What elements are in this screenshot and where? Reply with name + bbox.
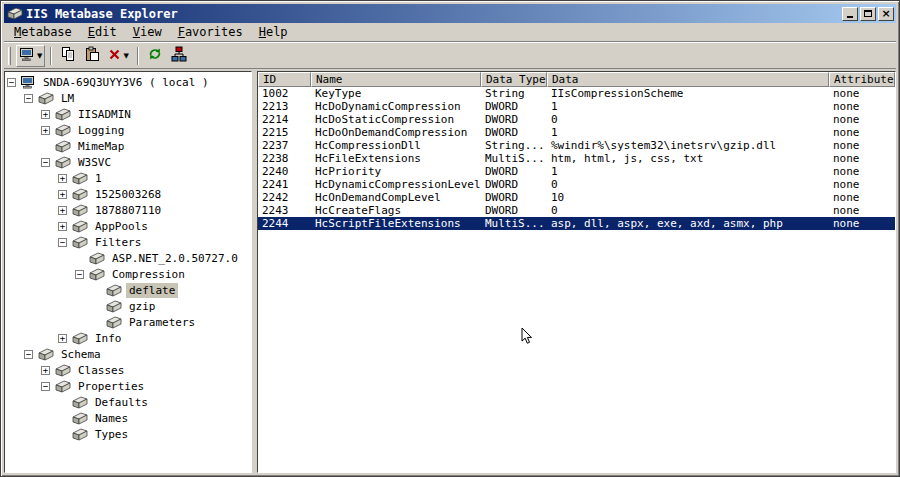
tree-item-label[interactable]: IISADMIN <box>75 107 134 122</box>
tree-expander[interactable]: + <box>58 174 67 183</box>
tree-item-label[interactable]: 1525003268 <box>92 187 164 202</box>
menu-metabase[interactable]: Metabase <box>6 24 80 41</box>
tree-item[interactable]: MimeMap <box>5 138 251 154</box>
cell-attributes: none <box>829 126 895 139</box>
tree-item-label[interactable]: AppPools <box>92 219 151 234</box>
table-row[interactable]: 2215 HcDoOnDemandCompression DWORD 1 non… <box>258 126 895 139</box>
tree-expander[interactable]: − <box>75 270 84 279</box>
toolbar-gripper[interactable] <box>8 47 11 65</box>
tree-item[interactable]: + Classes <box>5 362 251 378</box>
tree-item-label[interactable]: W3SVC <box>75 155 114 170</box>
column-header-id[interactable]: ID <box>258 72 311 87</box>
tree-item[interactable]: + AppPools <box>5 218 251 234</box>
cell-id: 2214 <box>258 113 311 126</box>
tree-item-label[interactable]: Classes <box>75 363 127 378</box>
column-header-attributes[interactable]: Attributes <box>829 72 895 87</box>
properties-list-panel: ID Name Data Type Data Attributes 1002 K… <box>257 71 896 473</box>
copy-button[interactable] <box>57 45 79 67</box>
tree-expander[interactable]: + <box>41 110 50 119</box>
network-button[interactable] <box>168 45 190 67</box>
tree-expander[interactable]: + <box>58 190 67 199</box>
minimize-button[interactable] <box>842 7 858 21</box>
tree-expander[interactable]: + <box>41 126 50 135</box>
tree-item-label[interactable]: Defaults <box>92 395 151 410</box>
tree-item[interactable]: gzip <box>5 298 251 314</box>
tree-item[interactable]: + 1525003268 <box>5 186 251 202</box>
table-row[interactable]: 2241 HcDynamicCompressionLevel DWORD 0 n… <box>258 178 895 191</box>
tree-item-label[interactable]: Logging <box>75 123 127 138</box>
tree-item-label[interactable]: Compression <box>109 267 188 282</box>
table-row[interactable]: 2214 HcDoStaticCompression DWORD 0 none <box>258 113 895 126</box>
refresh-button[interactable] <box>144 45 166 67</box>
tree-item[interactable]: deflate <box>5 282 251 298</box>
tree-item-label[interactable]: Filters <box>92 235 144 250</box>
connect-button[interactable]: ▼ <box>16 45 45 67</box>
table-row[interactable]: 1002 KeyType String IIsCompressionScheme… <box>258 87 895 100</box>
tree-expander[interactable]: + <box>58 222 67 231</box>
tree-expander[interactable]: + <box>41 366 50 375</box>
tree-item-label[interactable]: 1 <box>92 171 105 186</box>
tree-item-label[interactable]: Types <box>92 427 131 442</box>
tree-item[interactable]: − LM <box>5 90 251 106</box>
cell-data-type: DWORD <box>481 178 547 191</box>
toolbar: ▼ <box>4 42 896 69</box>
menu-help[interactable]: Help <box>251 24 296 41</box>
menu-edit[interactable]: Edit <box>80 24 125 41</box>
paste-button[interactable] <box>81 45 103 67</box>
tree-expander[interactable]: + <box>58 206 67 215</box>
delete-button[interactable]: ▼ <box>105 45 131 67</box>
tree-item-label[interactable]: Names <box>92 411 131 426</box>
tree-item-label[interactable]: gzip <box>126 299 159 314</box>
tree-item-label[interactable]: 1878807110 <box>92 203 164 218</box>
tree-item[interactable]: ASP.NET_2.0.50727.0 <box>5 250 251 266</box>
menu-favorites[interactable]: Favorites <box>170 24 251 41</box>
column-header-data-type[interactable]: Data Type <box>481 72 547 87</box>
tree-item[interactable]: + Logging <box>5 122 251 138</box>
close-button[interactable]: × <box>878 7 894 21</box>
table-row[interactable]: 2240 HcPriority DWORD 1 none <box>258 165 895 178</box>
tree-item[interactable]: − Properties <box>5 378 251 394</box>
tree-item-label[interactable]: ASP.NET_2.0.50727.0 <box>109 251 241 266</box>
tree-item-label[interactable]: Schema <box>58 347 104 362</box>
maximize-button[interactable] <box>860 7 876 21</box>
column-header-name[interactable]: Name <box>311 72 481 87</box>
tree-item[interactable]: − Compression <box>5 266 251 282</box>
tree-item-label[interactable]: Parameters <box>126 315 198 330</box>
tree-expander[interactable]: − <box>24 350 33 359</box>
title-bar[interactable]: IIS Metabase Explorer × <box>4 4 896 23</box>
tree-item[interactable]: + 1 <box>5 170 251 186</box>
tree-item-label[interactable]: deflate <box>126 283 178 298</box>
tree-item-label[interactable]: SNDA-69Q3UYY3V6 ( local ) <box>40 75 212 90</box>
table-row[interactable]: 2237 HcCompressionDll String... %windir%… <box>258 139 895 152</box>
tree-item-label[interactable]: Info <box>92 331 125 346</box>
table-row[interactable]: 2213 HcDoDynamicCompression DWORD 1 none <box>258 100 895 113</box>
column-header-data[interactable]: Data <box>547 72 829 87</box>
tree-item[interactable]: + Info <box>5 330 251 346</box>
tree-expander[interactable]: − <box>7 78 16 87</box>
table-row[interactable]: 2243 HcCreateFlags DWORD 0 none <box>258 204 895 217</box>
tree-expander[interactable]: + <box>58 334 67 343</box>
tree-item[interactable]: + IISADMIN <box>5 106 251 122</box>
tree-item-label[interactable]: LM <box>58 91 77 106</box>
table-row[interactable]: 2244 HcScriptFileExtensions MultiS... as… <box>258 217 895 230</box>
tree-item[interactable]: Parameters <box>5 314 251 330</box>
cell-data: htm, html, js, css, txt <box>547 152 829 165</box>
tree-item[interactable]: − W3SVC <box>5 154 251 170</box>
tree-item[interactable]: − Filters <box>5 234 251 250</box>
table-row[interactable]: 2238 HcFileExtensions MultiS... htm, htm… <box>258 152 895 165</box>
tree-item-label[interactable]: MimeMap <box>75 139 127 154</box>
tree-item[interactable]: Names <box>5 410 251 426</box>
tree-item[interactable]: − Schema <box>5 346 251 362</box>
node-icon <box>37 348 54 361</box>
table-row[interactable]: 2242 HcOnDemandCompLevel DWORD 10 none <box>258 191 895 204</box>
tree-expander[interactable]: − <box>24 94 33 103</box>
tree-item[interactable]: − SNDA-69Q3UYY3V6 ( local ) <box>5 74 251 90</box>
tree-expander[interactable]: − <box>58 238 67 247</box>
tree-expander[interactable]: − <box>41 158 50 167</box>
tree-expander[interactable]: − <box>41 382 50 391</box>
menu-view[interactable]: View <box>125 24 170 41</box>
tree-item[interactable]: Types <box>5 426 251 442</box>
tree-item[interactable]: Defaults <box>5 394 251 410</box>
tree-item-label[interactable]: Properties <box>75 379 147 394</box>
tree-item[interactable]: + 1878807110 <box>5 202 251 218</box>
